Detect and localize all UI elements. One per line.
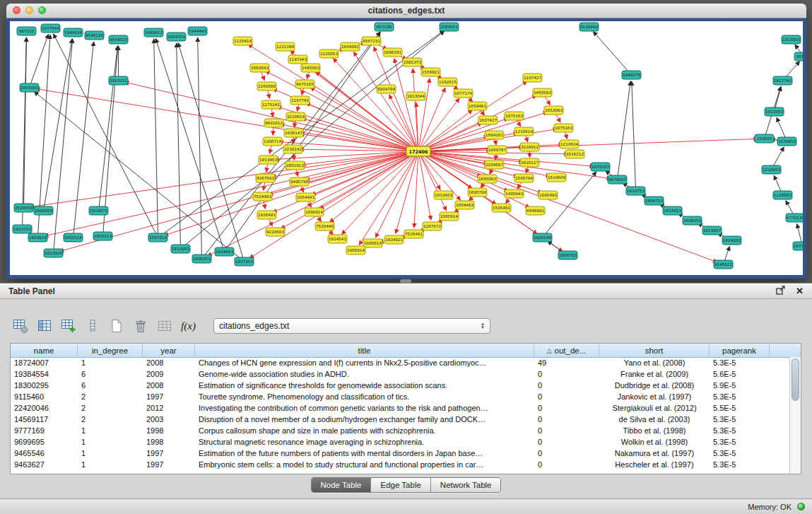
create-column-icon[interactable] [59,317,77,335]
graph-edge[interactable] [30,152,416,207]
tab-network-table[interactable]: Network Table [431,478,501,492]
table-row[interactable]: 2242004622012Investigating the contribut… [11,402,790,414]
table-row[interactable]: 1872400712008Changes of HCN gene express… [11,357,790,368]
graph-node-label: 9601812 [265,121,283,125]
cell-name: 18300295 [11,381,78,390]
cell-year: 2009 [143,370,195,378]
graph-edge[interactable] [632,81,636,188]
graph-edge[interactable] [775,87,782,109]
graph-edge[interactable] [198,37,202,256]
float-panel-icon[interactable] [776,285,786,298]
column-header-label: out_de... [555,346,587,355]
cell-pagerank: 5.9E-5 [710,381,770,390]
graph-edge[interactable] [30,35,49,86]
graph-node-label: 1081373 [404,60,421,64]
graph-edge[interactable] [774,175,782,192]
column-header-name[interactable]: name [11,344,78,357]
graph-edge[interactable] [177,43,181,246]
graph-node-label: 1924953 [216,250,233,254]
graph-edge[interactable] [777,117,786,139]
table-panel-header: Table Panel ✕ [0,284,812,299]
graph-edge[interactable] [334,59,417,150]
graph-edge[interactable] [54,39,73,250]
cell-out_degree: 49 [534,358,599,367]
graph-node-label: 1664091 [341,45,359,49]
graph-edge[interactable] [772,147,784,168]
column-header-year[interactable]: year [143,344,195,357]
graph-node-label: 7524403 [254,194,271,199]
graph-node-label: 1913953 [172,247,189,251]
show-column-icon[interactable] [35,317,53,335]
table-row[interactable]: 969969511998Structural magnetic resonanc… [11,436,790,448]
graph-node-label: 1901513 [94,234,112,238]
graph-node-label: 1883043 [251,66,269,70]
graph-node-label: 1197343 [289,57,307,62]
close-window-button[interactable] [13,6,20,14]
close-panel-icon[interactable]: ✕ [796,286,804,296]
vertical-scrollbar[interactable] [789,357,801,474]
graph-edge[interactable] [420,154,447,211]
table-row[interactable]: 946362711997Embryonic stem cells: a mode… [11,459,790,470]
graph-node-label: 2063152 [110,78,127,83]
graph-edge[interactable] [305,152,416,180]
import-table-icon[interactable] [155,317,173,335]
cell-short: de Silva et al. (2003) [599,415,710,424]
window-titlebar[interactable]: citations_edges.txt [6,4,806,18]
graph-edge[interactable] [413,69,418,148]
cell-short: Franke et al. (2009) [599,370,710,378]
table-panel: Table Panel ✕ [0,283,812,499]
graph-edge[interactable] [103,46,118,233]
graph-node-label: 1125414 [234,39,252,43]
tab-node-table[interactable]: Node Table [312,478,372,492]
table-row[interactable]: 1830029562008Estimation of significance … [11,380,790,391]
graph-edge[interactable] [724,247,730,262]
column-header-short[interactable]: short [599,344,710,357]
table-mode-icon[interactable] [11,317,29,335]
graph-edge[interactable] [178,43,243,259]
graph-edge[interactable] [99,46,118,208]
graph-edge[interactable] [342,153,417,235]
cell-in_degree: 1 [78,358,143,367]
column-header-title[interactable]: title [195,344,534,357]
graph-edge[interactable] [266,71,416,150]
graph-edge[interactable] [618,81,630,177]
column-header-out_degree[interactable]: △out_de... [534,344,599,357]
column-header-pagerank[interactable]: pagerank [710,344,770,357]
cell-name: 22420046 [11,404,78,412]
new-document-icon[interactable] [107,317,125,335]
graph-edge[interactable] [330,153,416,223]
scrollbar-thumb[interactable] [792,358,799,401]
delete-table-icon[interactable] [131,317,149,335]
table-row[interactable]: 911546021997Tourette syndrome. Phenomeno… [11,391,790,402]
column-header-in_degree[interactable]: in_degree [78,344,143,357]
table-row[interactable]: 977716911998Corpus callosum shape and si… [11,425,790,436]
graph-edge[interactable] [73,42,94,235]
table-selector-dropdown[interactable]: citations_edges.txt ▲▼ [213,318,490,334]
graph-edge[interactable] [786,201,794,216]
table-toolbar: f(x) citations_edges.txt ▲▼ [11,316,490,336]
graph-edge[interactable] [784,62,799,78]
table-row[interactable]: 1938455462009Genome-wide association stu… [11,368,790,380]
network-canvas[interactable]: 1724061485083947510511677423220614160614… [10,21,803,275]
graph-edge[interactable] [421,153,509,192]
graph-node-label: 2204697 [486,163,503,167]
minimize-window-button[interactable] [25,6,33,14]
delete-column-icon[interactable] [83,317,101,335]
graph-edge[interactable] [421,139,758,151]
graph-node-label: 6996991 [526,209,544,213]
table-row[interactable]: 1456911722003Disruption of a novel membe… [11,414,790,425]
network-window: citations_edges.txt 17240614850839475105… [6,4,806,279]
table-row[interactable]: 946554611997Estimation of the future num… [11,448,790,459]
cell-short: Yano et al. (2008) [599,358,710,367]
cell-short: Wolkin et al. (1998) [599,438,710,446]
graph-edge[interactable] [154,39,158,235]
function-builder-icon[interactable]: f(x) [180,317,197,335]
graph-edge[interactable] [594,32,630,73]
zoom-window-button[interactable] [38,6,46,14]
cell-out_degree: 0 [534,438,599,446]
graph-edge[interactable] [24,37,27,205]
cell-out_degree: 0 [534,381,599,390]
graph-node-label: 1595794 [515,176,533,180]
tab-edge-table[interactable]: Edge Table [371,478,430,492]
graph-edge[interactable] [797,224,802,243]
